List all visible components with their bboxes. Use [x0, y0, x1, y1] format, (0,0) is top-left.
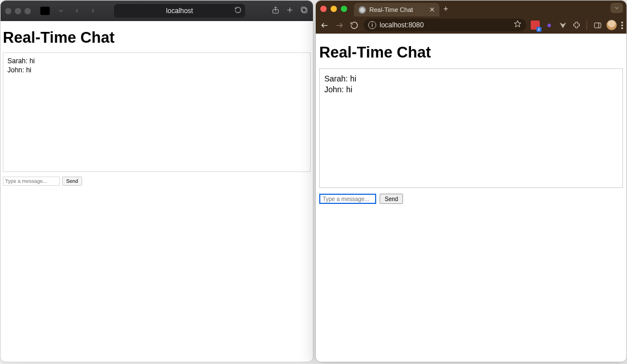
- page-title: Real-Time Chat: [3, 29, 311, 47]
- extension-row: [531, 20, 623, 30]
- safari-toolbar-right: [271, 6, 308, 17]
- kebab-menu-icon[interactable]: [621, 22, 623, 29]
- browser-tab[interactable]: Real-Time Chat ✕: [354, 3, 439, 17]
- message-input[interactable]: [3, 177, 60, 186]
- svg-point-11: [547, 23, 551, 27]
- chat-message: Sarah: hi: [324, 73, 618, 84]
- svg-marker-10: [514, 21, 521, 27]
- reload-icon[interactable]: [349, 20, 359, 30]
- extension-icon[interactable]: [531, 21, 540, 30]
- safari-address-bar[interactable]: localhost: [114, 4, 245, 18]
- safari-window: localhost Real-Time Chat Sarah: hi John:…: [0, 0, 314, 362]
- svg-rect-5: [302, 8, 307, 13]
- close-icon[interactable]: [320, 6, 327, 12]
- chat-message: John: hi: [7, 66, 306, 75]
- globe-icon: [359, 6, 366, 14]
- message-input[interactable]: [319, 194, 376, 204]
- extension-icon[interactable]: [544, 21, 553, 30]
- site-info-icon[interactable]: i: [368, 21, 376, 29]
- close-tab-icon[interactable]: ✕: [429, 6, 435, 14]
- extension-icon[interactable]: [558, 21, 567, 30]
- side-panel-icon[interactable]: [593, 21, 602, 30]
- new-tab-button[interactable]: +: [439, 4, 452, 13]
- chrome-url-text: localhost:8080: [380, 21, 424, 29]
- svg-rect-12: [594, 23, 600, 28]
- page-title: Real-Time Chat: [319, 44, 623, 62]
- sidebar-toggle-icon[interactable]: [39, 5, 51, 17]
- safari-traffic-lights: [5, 8, 31, 14]
- compose-bar: Send: [319, 194, 623, 204]
- reload-icon[interactable]: [234, 6, 242, 16]
- svg-rect-6: [302, 7, 306, 11]
- new-tab-icon[interactable]: [286, 6, 294, 17]
- chrome-page-content: Real-Time Chat Sarah: hi John: hi Send: [316, 34, 626, 210]
- chat-message: John: hi: [324, 84, 618, 95]
- chat-log: Sarah: hi John: hi: [319, 68, 623, 188]
- chrome-address-bar[interactable]: i localhost:8080: [364, 19, 526, 31]
- bookmark-star-icon[interactable]: [514, 20, 522, 30]
- send-button[interactable]: Send: [62, 177, 82, 186]
- forward-button[interactable]: [87, 5, 99, 17]
- profile-avatar[interactable]: [606, 20, 617, 30]
- minimize-icon[interactable]: [331, 6, 337, 12]
- safari-url-text: localhost: [166, 7, 193, 15]
- share-icon[interactable]: [271, 6, 280, 17]
- svg-rect-0: [40, 7, 50, 15]
- safari-toolbar: localhost: [1, 1, 313, 21]
- tab-groups-dropdown-icon[interactable]: [55, 5, 67, 17]
- chrome-toolbar: i localhost:8080: [316, 17, 626, 34]
- chat-log: Sarah: hi John: hi: [3, 52, 311, 172]
- tab-search-dropdown-icon[interactable]: [610, 3, 623, 13]
- tab-title: Real-Time Chat: [369, 6, 413, 13]
- chat-message: Sarah: hi: [7, 56, 306, 66]
- back-button[interactable]: [319, 20, 329, 30]
- chrome-window: Real-Time Chat ✕ + i localhost:8080: [315, 0, 627, 362]
- tab-overview-icon[interactable]: [300, 6, 308, 17]
- close-icon[interactable]: [5, 8, 11, 14]
- back-button[interactable]: [71, 5, 83, 17]
- chrome-tabstrip: Real-Time Chat ✕ +: [316, 1, 626, 17]
- send-button[interactable]: Send: [380, 194, 403, 204]
- separator: [587, 21, 587, 30]
- maximize-icon[interactable]: [341, 6, 347, 12]
- compose-bar: Send: [3, 177, 311, 186]
- extensions-menu-icon[interactable]: [572, 21, 581, 30]
- maximize-icon[interactable]: [25, 8, 31, 14]
- forward-button[interactable]: [334, 20, 344, 30]
- safari-page-content: Real-Time Chat Sarah: hi John: hi Send: [1, 21, 313, 188]
- minimize-icon[interactable]: [15, 8, 21, 14]
- chrome-traffic-lights: [320, 6, 347, 12]
